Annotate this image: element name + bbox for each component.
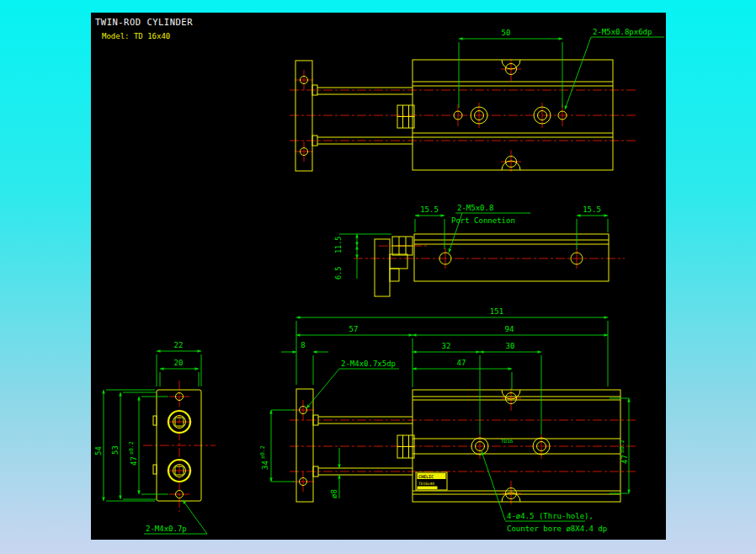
label-port-line1: 2-M5x0.8 xyxy=(457,204,493,212)
dim-53: 53 xyxy=(111,445,120,455)
dim-15-5-right: 15.5 xyxy=(583,205,601,214)
nameplate-brand: CHELIC xyxy=(418,474,434,479)
dim-54: 54 xyxy=(94,446,103,455)
cad-drawing: TWIN-ROD CYLINDER Model: TD 16x40 xyxy=(91,13,666,540)
cad-application-window: TWIN-ROD CYLINDER Model: TD 16x40 xyxy=(0,0,756,554)
label-port-line2: Port Connetion xyxy=(451,216,515,225)
top-view: 50 2-M5x0.8px6dp xyxy=(290,28,664,172)
end-view-dimensions xyxy=(104,351,207,534)
dim-47-end-tol: ±0.2 xyxy=(128,441,135,455)
dim-8: 8 xyxy=(301,341,305,349)
dim-15-5-left: 15.5 xyxy=(420,205,439,214)
label-thread-end: 2-M4x0.7p xyxy=(146,525,187,533)
end-view: 22 20 54 53 47 ±0.2 2-M4x0.7p xyxy=(94,341,216,534)
nameplate: CHELIC TD16x40 xyxy=(416,472,447,490)
title-text: TWIN-ROD CYLINDER xyxy=(95,17,193,27)
label-hole-line2: Counter bore ø8X4.4 dp xyxy=(507,525,607,533)
dim-22: 22 xyxy=(174,341,184,349)
front-view-centerlines xyxy=(290,420,638,471)
dim-50: 50 xyxy=(502,29,511,37)
top-view-dimensions xyxy=(459,37,664,109)
dim-20: 20 xyxy=(174,359,184,367)
label-thread-top: 2-M5x0.8px6dp xyxy=(593,28,652,36)
dim-47-end: 47 xyxy=(130,456,138,466)
title-block: TWIN-ROD CYLINDER Model: TD 16x40 xyxy=(95,17,193,40)
dim-94: 94 xyxy=(505,325,514,333)
side-view: 15.5 15.5 2-M5x0.8 Port Connetion 11.5 6… xyxy=(334,204,625,296)
dim-6-5: 6.5 xyxy=(334,267,343,280)
dim-47: 47 xyxy=(457,359,466,367)
dim-32: 32 xyxy=(442,342,451,350)
dim-rod-dia: ø8 xyxy=(330,489,338,498)
dim-34-tol: ±0.2 xyxy=(259,445,266,459)
dim-151: 151 xyxy=(490,307,503,316)
dim-11-5: 11.5 xyxy=(334,237,343,253)
dim-47-right: 47 xyxy=(620,455,629,464)
side-view-outline xyxy=(375,234,609,296)
side-view-centerlines xyxy=(354,246,625,269)
label-hole-line1: 4-ø4.5 (Thru-hole), xyxy=(507,512,594,520)
body-mark: TD16 xyxy=(501,438,514,444)
dim-57: 57 xyxy=(349,325,359,333)
front-view-outline xyxy=(296,389,620,502)
dim-30: 30 xyxy=(506,342,515,350)
nameplate-model: TD16x40 xyxy=(418,482,434,486)
label-thread-front: 2-M4x0.7x5dp xyxy=(341,360,396,368)
drawing-canvas: TWIN-ROD CYLINDER Model: TD 16x40 xyxy=(91,13,666,540)
model-text: Model: TD 16x40 xyxy=(102,32,170,40)
front-view: CHELIC TD16x40 xyxy=(259,307,638,533)
dim-47-right-tol: ±0.2 xyxy=(619,439,626,453)
dim-34: 34 xyxy=(261,461,269,470)
